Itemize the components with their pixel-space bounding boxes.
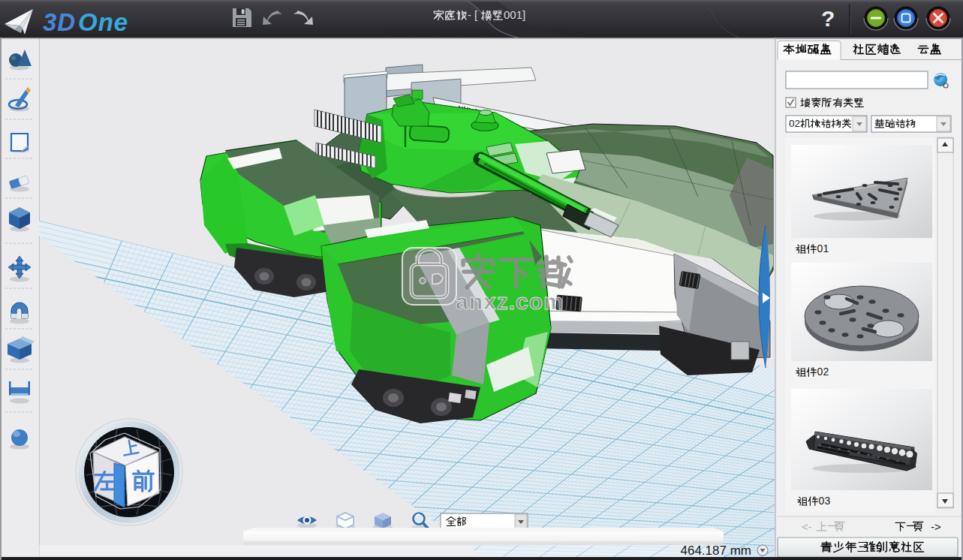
svg-text:02: 02 (789, 118, 800, 129)
svg-text:001]: 001] (504, 8, 525, 21)
svg-text:01: 01 (817, 242, 829, 254)
svg-text:->: -> (931, 520, 941, 533)
svg-text:03: 03 (819, 495, 831, 507)
svg-text:464.187 mm: 464.187 mm (681, 543, 752, 558)
svg-text:One: One (78, 8, 128, 36)
svg-text:?: ? (821, 6, 835, 31)
svg-text:02: 02 (817, 366, 829, 378)
svg-text:3D: 3D (43, 8, 76, 36)
svg-text:- [: - [ (468, 8, 478, 21)
svg-text:anxz.com: anxz.com (456, 289, 564, 314)
svg-text:<-: <- (802, 520, 812, 533)
